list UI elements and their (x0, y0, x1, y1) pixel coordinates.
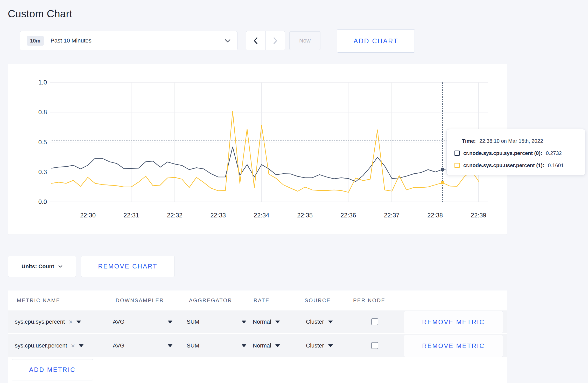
rate-select[interactable]: Normal (253, 310, 280, 333)
svg-text:22:30: 22:30 (80, 212, 96, 219)
aggregator-select[interactable]: SUM (187, 334, 246, 357)
svg-text:0.0: 0.0 (38, 198, 47, 205)
aggregator-value: SUM (187, 318, 199, 325)
clear-metric-icon[interactable]: × (69, 318, 73, 325)
downsampler-value: AVG (113, 318, 124, 325)
rate-value: Normal (253, 318, 271, 325)
remove-metric-button[interactable]: REMOVE METRIC (404, 311, 503, 333)
add-metric-button[interactable]: ADD METRIC (12, 359, 93, 380)
svg-text:22:34: 22:34 (254, 212, 269, 219)
metric-name-value: sys.cpu.user.percent (15, 342, 67, 349)
caret-down-icon (79, 344, 83, 347)
time-window-label: Past 10 Minutes (51, 37, 225, 44)
chart-svg: 22:3022:3122:3222:3322:3422:3522:3622:37… (8, 64, 507, 235)
rate-select[interactable]: Normal (253, 334, 280, 357)
tooltip-time-label: Time: (462, 138, 476, 144)
per-node-checkbox[interactable] (371, 318, 378, 325)
caret-down-icon (168, 321, 172, 323)
svg-text:0.3: 0.3 (38, 168, 47, 175)
col-aggregator: AGGREGATOR (189, 290, 232, 310)
col-rate: RATE (254, 290, 270, 310)
tooltip-time-value: 22:38:10 on Mar 15th, 2022 (479, 138, 543, 144)
custom-chart-page: Custom Chart 10m Past 10 Minutes Now ADD… (0, 0, 588, 383)
chevron-down-icon (58, 265, 62, 268)
caret-down-icon (76, 321, 81, 323)
svg-text:1.0: 1.0 (38, 79, 47, 86)
svg-text:22:39: 22:39 (471, 212, 486, 219)
per-node-checkbox[interactable] (371, 342, 378, 349)
svg-text:22:37: 22:37 (384, 212, 400, 219)
caret-down-icon (328, 344, 333, 347)
metrics-table-header: METRIC NAME DOWNSAMPLER AGGREGATOR RATE … (8, 290, 507, 310)
downsampler-select[interactable]: AVG (113, 334, 172, 357)
col-per-node: PER NODE (353, 290, 385, 310)
remove-metric-button[interactable]: REMOVE METRIC (404, 335, 503, 357)
tooltip-series-label: cr.node.sys.cpu.sys.percent (0): (463, 150, 542, 156)
clear-metric-icon[interactable]: × (71, 342, 75, 349)
tooltip-series-swatch (454, 151, 460, 156)
svg-text:22:32: 22:32 (167, 212, 183, 219)
svg-text:22:36: 22:36 (340, 212, 356, 219)
toolbar-divider (8, 29, 8, 51)
prev-time-button[interactable] (246, 31, 266, 50)
tooltip-series-value: 0.1601 (548, 162, 564, 168)
table-row: sys.cpu.sys.percent × AVG SUM Normal Clu… (8, 310, 507, 333)
time-window-select[interactable]: 10m Past 10 Minutes (20, 31, 237, 50)
metric-name-select[interactable]: sys.cpu.sys.percent × (15, 310, 81, 333)
tooltip-series-value: 0.2732 (546, 150, 562, 156)
caret-down-icon (242, 321, 246, 323)
downsampler-value: AVG (113, 342, 124, 349)
metrics-table: METRIC NAME DOWNSAMPLER AGGREGATOR RATE … (8, 290, 507, 383)
aggregator-value: SUM (187, 342, 199, 349)
tooltip-series-swatch (454, 163, 460, 168)
time-pager (246, 31, 285, 50)
add-chart-button[interactable]: ADD CHART (337, 29, 415, 53)
source-value: Cluster (306, 318, 324, 325)
next-time-button[interactable] (266, 31, 285, 50)
svg-text:22:35: 22:35 (297, 212, 313, 219)
page-title: Custom Chart (8, 8, 72, 20)
caret-down-icon (275, 321, 280, 323)
svg-text:0.8: 0.8 (38, 109, 47, 116)
col-source: SOURCE (305, 290, 331, 310)
svg-text:22:31: 22:31 (123, 212, 139, 219)
tooltip-series-label: cr.node.sys.cpu.user.percent (1): (463, 162, 544, 168)
chevron-down-icon (225, 39, 230, 42)
caret-down-icon (242, 344, 246, 347)
chart-tooltip: Time: 22:38:10 on Mar 15th, 2022 cr.node… (446, 129, 585, 175)
svg-text:22:38: 22:38 (427, 212, 443, 219)
caret-down-icon (168, 344, 172, 347)
chart-card[interactable]: 22:3022:3122:3222:3322:3422:3522:3622:37… (8, 64, 507, 235)
source-select[interactable]: Cluster (306, 310, 333, 333)
table-row: sys.cpu.user.percent × AVG SUM Normal Cl… (8, 334, 507, 357)
chevron-left-icon (254, 37, 258, 44)
time-window-badge: 10m (27, 36, 44, 46)
now-button[interactable]: Now (289, 31, 320, 50)
caret-down-icon (275, 344, 280, 347)
source-value: Cluster (306, 342, 324, 349)
rate-value: Normal (253, 342, 271, 349)
remove-chart-button[interactable]: REMOVE CHART (81, 256, 175, 277)
chevron-right-icon (273, 37, 277, 44)
svg-text:22:33: 22:33 (210, 212, 226, 219)
caret-down-icon (328, 321, 333, 323)
units-label: Units: Count (22, 263, 54, 269)
aggregator-select[interactable]: SUM (187, 310, 246, 333)
source-select[interactable]: Cluster (306, 334, 333, 357)
svg-text:0.5: 0.5 (38, 139, 47, 146)
metric-name-value: sys.cpu.sys.percent (15, 318, 65, 325)
downsampler-select[interactable]: AVG (113, 310, 172, 333)
units-select[interactable]: Units: Count (8, 256, 76, 277)
col-downsampler: DOWNSAMPLER (116, 290, 164, 310)
col-metric-name: METRIC NAME (17, 290, 60, 310)
metric-name-select[interactable]: sys.cpu.user.percent × (15, 334, 83, 357)
